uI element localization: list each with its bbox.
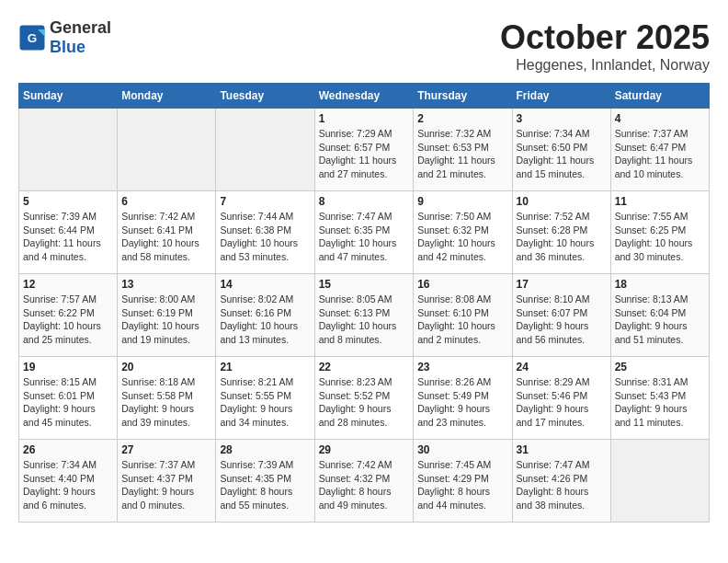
day-info: Sunrise: 8:15 AMSunset: 6:01 PMDaylight:… <box>23 375 113 430</box>
day-number: 28 <box>220 443 310 456</box>
calendar-day-cell <box>610 440 709 523</box>
weekday-header-tuesday: Tuesday <box>216 84 314 109</box>
day-info: Sunrise: 7:37 AMSunset: 4:37 PMDaylight:… <box>121 458 211 512</box>
day-info: Sunrise: 7:47 AMSunset: 6:35 PMDaylight:… <box>319 210 410 264</box>
day-info: Sunrise: 7:39 AMSunset: 4:35 PMDaylight:… <box>220 458 310 512</box>
logo: G General Blue <box>18 18 111 57</box>
day-info: Sunrise: 7:52 AMSunset: 6:28 PMDaylight:… <box>517 210 607 264</box>
weekday-header-row: SundayMondayTuesdayWednesdayThursdayFrid… <box>19 84 710 109</box>
day-number: 31 <box>517 443 607 456</box>
calendar-day-cell: 27Sunrise: 7:37 AMSunset: 4:37 PMDayligh… <box>118 440 216 523</box>
day-number: 22 <box>319 361 410 373</box>
day-number: 27 <box>121 443 211 456</box>
calendar-day-cell: 3Sunrise: 7:34 AMSunset: 6:50 PMDaylight… <box>512 109 610 191</box>
day-number: 30 <box>417 443 507 456</box>
calendar-day-cell: 10Sunrise: 7:52 AMSunset: 6:28 PMDayligh… <box>512 191 610 274</box>
calendar-day-cell: 16Sunrise: 8:08 AMSunset: 6:10 PMDayligh… <box>414 274 512 357</box>
calendar-table: SundayMondayTuesdayWednesdayThursdayFrid… <box>18 83 710 523</box>
calendar-week-row: 1Sunrise: 7:29 AMSunset: 6:57 PMDaylight… <box>19 109 710 191</box>
logo-icon: G <box>18 24 46 52</box>
calendar-day-cell: 2Sunrise: 7:32 AMSunset: 6:53 PMDaylight… <box>414 109 512 191</box>
day-info: Sunrise: 7:37 AMSunset: 6:47 PMDaylight:… <box>615 127 705 181</box>
calendar-day-cell: 26Sunrise: 7:34 AMSunset: 4:40 PMDayligh… <box>19 440 118 523</box>
day-number: 17 <box>517 278 607 291</box>
calendar-day-cell: 12Sunrise: 7:57 AMSunset: 6:22 PMDayligh… <box>19 274 118 357</box>
calendar-week-row: 26Sunrise: 7:34 AMSunset: 4:40 PMDayligh… <box>19 440 710 523</box>
day-number: 1 <box>319 112 410 125</box>
day-info: Sunrise: 8:08 AMSunset: 6:10 PMDaylight:… <box>417 293 507 347</box>
calendar-day-cell: 13Sunrise: 8:00 AMSunset: 6:19 PMDayligh… <box>118 274 216 357</box>
day-number: 12 <box>23 278 113 291</box>
day-info: Sunrise: 7:39 AMSunset: 6:44 PMDaylight:… <box>23 210 113 264</box>
calendar-day-cell: 15Sunrise: 8:05 AMSunset: 6:13 PMDayligh… <box>314 274 414 357</box>
day-number: 21 <box>220 361 310 373</box>
day-info: Sunrise: 7:47 AMSunset: 4:26 PMDaylight:… <box>517 458 607 512</box>
calendar-day-cell: 8Sunrise: 7:47 AMSunset: 6:35 PMDaylight… <box>314 191 414 274</box>
day-info: Sunrise: 8:29 AMSunset: 5:46 PMDaylight:… <box>517 375 607 430</box>
day-number: 11 <box>615 195 705 208</box>
day-info: Sunrise: 8:02 AMSunset: 6:16 PMDaylight:… <box>220 293 310 347</box>
day-number: 19 <box>23 361 113 373</box>
calendar-week-row: 19Sunrise: 8:15 AMSunset: 6:01 PMDayligh… <box>19 357 710 440</box>
day-number: 3 <box>517 112 607 125</box>
calendar-day-cell: 1Sunrise: 7:29 AMSunset: 6:57 PMDaylight… <box>314 109 414 191</box>
calendar-day-cell: 14Sunrise: 8:02 AMSunset: 6:16 PMDayligh… <box>216 274 314 357</box>
calendar-day-cell: 30Sunrise: 7:45 AMSunset: 4:29 PMDayligh… <box>414 440 512 523</box>
day-number: 25 <box>615 361 705 373</box>
day-info: Sunrise: 7:32 AMSunset: 6:53 PMDaylight:… <box>417 127 507 181</box>
calendar-day-cell <box>216 109 314 191</box>
day-number: 20 <box>121 361 211 373</box>
page-header: G General Blue October 2025 Heggenes, In… <box>18 18 710 74</box>
day-info: Sunrise: 7:57 AMSunset: 6:22 PMDaylight:… <box>23 293 113 347</box>
calendar-day-cell: 20Sunrise: 8:18 AMSunset: 5:58 PMDayligh… <box>118 357 216 440</box>
calendar-title: October 2025 <box>500 18 710 57</box>
day-number: 23 <box>417 361 507 373</box>
weekday-header-monday: Monday <box>118 84 216 109</box>
day-number: 14 <box>220 278 310 291</box>
day-info: Sunrise: 8:21 AMSunset: 5:55 PMDaylight:… <box>220 375 310 430</box>
day-info: Sunrise: 7:42 AMSunset: 6:41 PMDaylight:… <box>121 210 211 264</box>
calendar-day-cell: 24Sunrise: 8:29 AMSunset: 5:46 PMDayligh… <box>512 357 610 440</box>
weekday-header-thursday: Thursday <box>414 84 512 109</box>
day-number: 26 <box>23 443 113 456</box>
weekday-header-friday: Friday <box>512 84 610 109</box>
day-info: Sunrise: 7:44 AMSunset: 6:38 PMDaylight:… <box>220 210 310 264</box>
calendar-day-cell: 9Sunrise: 7:50 AMSunset: 6:32 PMDaylight… <box>414 191 512 274</box>
day-info: Sunrise: 7:45 AMSunset: 4:29 PMDaylight:… <box>417 458 507 512</box>
day-number: 4 <box>615 112 705 125</box>
day-info: Sunrise: 7:50 AMSunset: 6:32 PMDaylight:… <box>417 210 507 264</box>
calendar-day-cell: 4Sunrise: 7:37 AMSunset: 6:47 PMDaylight… <box>610 109 709 191</box>
day-info: Sunrise: 7:34 AMSunset: 6:50 PMDaylight:… <box>517 127 607 181</box>
logo-text-general: General <box>50 18 111 37</box>
calendar-day-cell: 7Sunrise: 7:44 AMSunset: 6:38 PMDaylight… <box>216 191 314 274</box>
day-number: 6 <box>121 195 211 208</box>
day-info: Sunrise: 8:13 AMSunset: 6:04 PMDaylight:… <box>615 293 705 347</box>
day-number: 7 <box>220 195 310 208</box>
calendar-day-cell: 22Sunrise: 8:23 AMSunset: 5:52 PMDayligh… <box>314 357 414 440</box>
day-info: Sunrise: 8:23 AMSunset: 5:52 PMDaylight:… <box>319 375 410 430</box>
calendar-week-row: 5Sunrise: 7:39 AMSunset: 6:44 PMDaylight… <box>19 191 710 274</box>
calendar-week-row: 12Sunrise: 7:57 AMSunset: 6:22 PMDayligh… <box>19 274 710 357</box>
calendar-day-cell <box>118 109 216 191</box>
day-number: 18 <box>615 278 705 291</box>
day-info: Sunrise: 8:10 AMSunset: 6:07 PMDaylight:… <box>517 293 607 347</box>
day-info: Sunrise: 7:29 AMSunset: 6:57 PMDaylight:… <box>319 127 410 181</box>
day-info: Sunrise: 7:34 AMSunset: 4:40 PMDaylight:… <box>23 458 113 512</box>
calendar-subtitle: Heggenes, Innlandet, Norway <box>500 57 710 74</box>
day-number: 10 <box>517 195 607 208</box>
day-info: Sunrise: 8:26 AMSunset: 5:49 PMDaylight:… <box>417 375 507 430</box>
calendar-day-cell: 17Sunrise: 8:10 AMSunset: 6:07 PMDayligh… <box>512 274 610 357</box>
day-number: 5 <box>23 195 113 208</box>
calendar-day-cell: 5Sunrise: 7:39 AMSunset: 6:44 PMDaylight… <box>19 191 118 274</box>
day-number: 24 <box>517 361 607 373</box>
calendar-day-cell: 21Sunrise: 8:21 AMSunset: 5:55 PMDayligh… <box>216 357 314 440</box>
calendar-day-cell: 11Sunrise: 7:55 AMSunset: 6:25 PMDayligh… <box>610 191 709 274</box>
calendar-day-cell: 18Sunrise: 8:13 AMSunset: 6:04 PMDayligh… <box>610 274 709 357</box>
day-number: 16 <box>417 278 507 291</box>
calendar-day-cell <box>19 109 118 191</box>
calendar-day-cell: 19Sunrise: 8:15 AMSunset: 6:01 PMDayligh… <box>19 357 118 440</box>
day-number: 2 <box>417 112 507 125</box>
day-number: 13 <box>121 278 211 291</box>
calendar-day-cell: 23Sunrise: 8:26 AMSunset: 5:49 PMDayligh… <box>414 357 512 440</box>
day-info: Sunrise: 7:55 AMSunset: 6:25 PMDaylight:… <box>615 210 705 264</box>
